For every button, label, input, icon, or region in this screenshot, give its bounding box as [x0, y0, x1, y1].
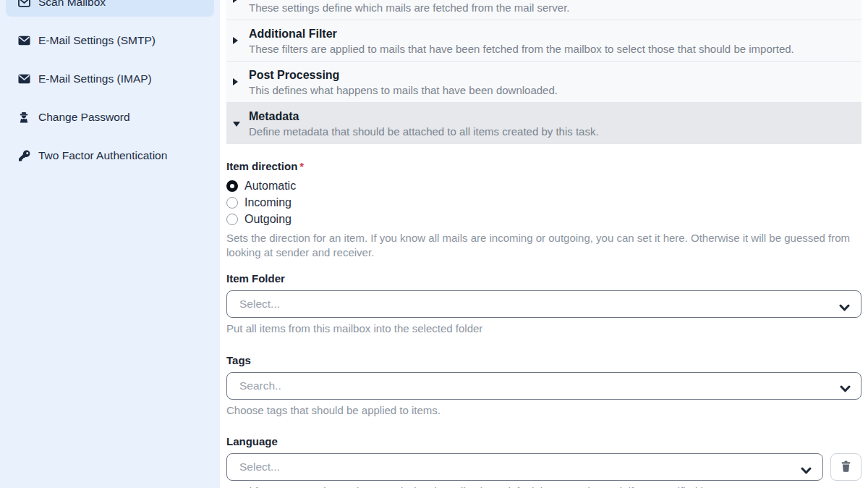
envelope-icon	[17, 35, 30, 46]
sidebar-item-scan-mailbox[interactable]: Scan Mailbox	[6, 0, 214, 17]
sidebar-item-email-settings-imap[interactable]: E-Mail Settings (IMAP)	[6, 64, 214, 93]
item-folder-select[interactable]: Select...	[226, 290, 861, 318]
envelope-open-icon	[17, 0, 30, 8]
sidebar-item-change-password[interactable]: Change Password	[6, 102, 214, 132]
sidebar-item-label: E-Mail Settings (SMTP)	[38, 34, 156, 47]
caret-right-icon	[233, 78, 238, 85]
radio-unselected-icon[interactable]	[226, 214, 238, 225]
radio-selected-icon[interactable]	[226, 180, 238, 192]
metadata-form: Item direction* Automatic Incoming Outgo…	[226, 144, 861, 488]
item-direction-radio-group: Automatic Incoming Outgoing	[226, 177, 861, 227]
section-subtitle: These settings define which mails are fe…	[249, 1, 854, 15]
section-subtitle: These filters are applied to mails that …	[249, 42, 854, 56]
item-folder-field: Item Folder Select... Put all items from…	[226, 272, 861, 336]
clear-language-button[interactable]	[830, 453, 861, 481]
radio-option-outgoing[interactable]: Outgoing	[226, 211, 861, 227]
radio-option-automatic[interactable]: Automatic	[226, 177, 861, 194]
radio-unselected-icon[interactable]	[226, 197, 238, 209]
user-secret-icon	[17, 112, 30, 123]
sidebar-item-label: Two Factor Authentication	[38, 149, 167, 162]
item-direction-group: Item direction* Automatic Incoming Outgo…	[226, 159, 861, 259]
language-help: Used for text extraction and text analys…	[226, 484, 861, 488]
section-title: Post Processing	[249, 67, 854, 83]
settings-sidebar: Scan Mailbox E-Mail Settings (SMTP) E-Ma…	[0, 0, 220, 488]
section-title: Metadata	[249, 109, 854, 124]
tags-search-input[interactable]	[226, 372, 861, 400]
sidebar-item-label: E-Mail Settings (IMAP)	[38, 72, 152, 85]
section-row-metadata[interactable]: Metadata Define metadata that should be …	[226, 103, 861, 144]
section-title: Additional Filter	[249, 26, 854, 41]
caret-down-icon	[233, 122, 240, 127]
section-subtitle: This defines what happens to mails that …	[249, 83, 854, 98]
language-select[interactable]: Select...	[226, 453, 823, 481]
language-label: Language	[226, 434, 861, 448]
sidebar-item-two-factor-auth[interactable]: Two Factor Authentication	[6, 140, 214, 170]
chevron-down-icon	[801, 464, 812, 477]
caret-right-icon	[233, 0, 238, 3]
section-row-additional-filter[interactable]: Additional Filter These filters are appl…	[226, 20, 861, 62]
item-direction-label: Item direction	[226, 160, 297, 172]
key-icon	[17, 150, 30, 161]
settings-accordion: These settings define which mails are fe…	[226, 0, 861, 144]
user-settings-page: Scan Mailbox E-Mail Settings (SMTP) E-Ma…	[0, 0, 868, 488]
caret-right-icon	[233, 37, 238, 44]
section-row-mail-fetch-settings[interactable]: These settings define which mails are fe…	[226, 0, 861, 20]
sidebar-item-label: Change Password	[38, 111, 130, 124]
tags-field: Tags Choose tags that should be applied …	[226, 353, 861, 418]
sidebar-item-email-settings-smtp[interactable]: E-Mail Settings (SMTP)	[6, 25, 214, 55]
scan-mailbox-form: These settings define which mails are fe…	[226, 0, 861, 488]
trash-icon	[841, 460, 851, 474]
tags-label: Tags	[226, 353, 861, 367]
tags-help: Choose tags that should be applied to it…	[226, 403, 861, 418]
sidebar-item-label: Scan Mailbox	[38, 0, 106, 9]
chevron-down-icon	[839, 301, 850, 314]
section-subtitle: Define metadata that should be attached …	[249, 125, 854, 139]
required-marker: *	[299, 160, 304, 172]
section-row-post-processing[interactable]: Post Processing This defines what happen…	[226, 62, 861, 103]
item-folder-help: Put all items from this mailbox into the…	[226, 321, 861, 336]
chevron-down-icon	[840, 382, 851, 395]
item-direction-help: Sets the direction for an item. If you k…	[226, 231, 861, 259]
envelope-icon	[17, 73, 30, 85]
item-folder-label: Item Folder	[226, 272, 861, 285]
language-field: Language Select... Used for text ext	[226, 434, 861, 488]
radio-option-incoming[interactable]: Incoming	[226, 194, 861, 211]
